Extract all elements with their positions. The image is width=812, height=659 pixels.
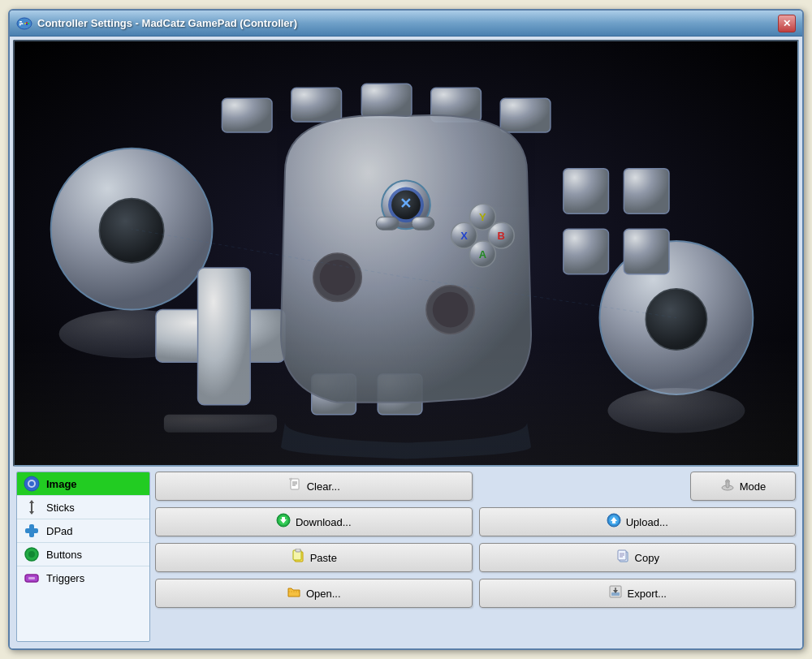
svg-point-61 [28,551,35,558]
sidebar-item-buttons[interactable]: Buttons [17,543,149,566]
sidebar-label-triggers: Triggers [46,572,84,584]
svg-rect-23 [361,84,412,118]
svg-text:X: X [460,230,468,242]
svg-text:✕: ✕ [400,196,412,212]
svg-rect-25 [500,98,551,132]
controller-display: ✕ Y X B A [13,40,799,467]
copy-label: Copy [635,552,659,564]
buttons-area: Clear... Download... [155,472,796,642]
sidebar-item-sticks[interactable]: Sticks [17,496,149,519]
svg-rect-2 [19,23,21,25]
title-bar: Controller Settings - MadCatz GamePad (C… [10,11,802,37]
left-buttons-column: Clear... Download... [155,472,473,642]
svg-point-7 [24,23,26,24]
open-button[interactable]: Open... [155,579,473,608]
upload-icon [607,513,621,531]
svg-point-5 [28,23,29,24]
svg-rect-59 [25,528,38,533]
window-content: ✕ Y X B A [10,37,802,648]
svg-text:B: B [498,230,505,242]
svg-point-49 [433,292,469,328]
app-icon [16,15,32,32]
export-icon [608,584,623,602]
svg-point-17 [607,388,745,433]
right-buttons-column: Mode Upload... [479,472,797,642]
buttons-icon [24,546,40,562]
controller-svg: ✕ Y X B A [15,41,797,465]
svg-point-54 [29,481,34,486]
sidebar-label-dpad: DPad [46,525,73,537]
download-label: Download... [296,516,352,528]
clear-label: Clear... [307,480,340,493]
export-label: Export... [628,588,667,600]
sidebar: Image Sticks [16,472,150,642]
svg-rect-28 [564,229,609,274]
svg-rect-22 [292,88,342,122]
download-icon [276,513,291,531]
open-icon [287,584,301,602]
close-button[interactable]: ✕ [778,15,796,32]
svg-rect-44 [376,217,399,230]
copy-icon [615,549,630,566]
svg-text:Y: Y [479,211,486,223]
paste-icon [291,549,305,566]
svg-point-4 [26,22,28,24]
svg-marker-56 [29,500,34,503]
svg-rect-1 [19,21,22,23]
sidebar-label-image: Image [46,478,77,490]
svg-rect-75 [296,549,300,552]
svg-rect-45 [412,217,434,230]
main-window: Controller Settings - MadCatz GamePad (C… [8,9,804,650]
svg-marker-57 [29,511,34,515]
svg-rect-19 [198,268,251,405]
bottom-panel: Image Sticks [13,467,799,645]
triggers-icon [24,570,40,586]
clear-icon [287,477,302,495]
dpad-icon [24,523,40,539]
export-button[interactable]: Export... [479,579,797,608]
sidebar-label-sticks: Sticks [46,502,75,514]
mode-label: Mode [740,480,767,493]
svg-rect-21 [222,98,272,132]
sidebar-item-dpad[interactable]: DPad [17,519,149,543]
svg-rect-20 [164,415,277,433]
copy-button[interactable]: Copy [479,543,797,572]
open-label: Open... [306,588,341,600]
svg-rect-63 [28,577,35,579]
mode-button[interactable]: Mode [690,472,796,501]
download-button[interactable]: Download... [155,507,473,536]
svg-rect-27 [624,169,669,214]
window-title: Controller Settings - MadCatz GamePad (C… [37,17,778,29]
paste-label: Paste [310,552,337,564]
svg-text:A: A [479,248,486,261]
upload-button[interactable]: Upload... [479,507,797,536]
sidebar-label-buttons: Buttons [46,549,82,561]
paste-button[interactable]: Paste [155,543,473,572]
svg-point-78 [725,480,730,483]
sticks-icon [24,499,40,515]
sidebar-item-image[interactable]: Image [17,472,149,496]
image-icon [24,476,40,492]
svg-rect-26 [564,169,609,214]
svg-point-47 [320,260,356,295]
clear-button[interactable]: Clear... [155,472,473,501]
svg-rect-72 [282,517,285,520]
upload-label: Upload... [626,516,668,528]
svg-rect-29 [624,229,669,274]
sidebar-item-triggers[interactable]: Triggers [17,566,149,589]
svg-rect-3 [21,23,24,24]
svg-point-6 [26,24,28,25]
svg-rect-82 [612,521,615,523]
mode-icon [720,477,735,495]
